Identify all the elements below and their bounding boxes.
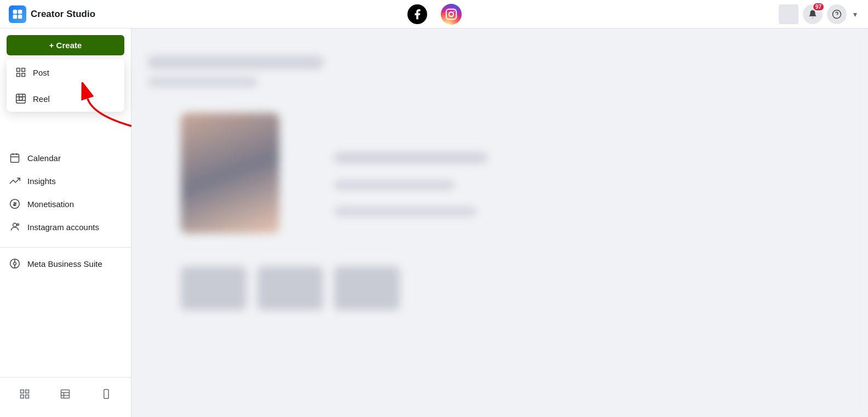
calendar-icon [9, 152, 21, 164]
sidebar: + Create Post [0, 28, 131, 417]
dropdown-reel-label: Reel [33, 94, 50, 104]
sidebar-divider [0, 247, 131, 248]
dropdown-reel-item[interactable]: Reel [7, 85, 124, 112]
sidebar-item-meta-label: Meta Business Suite [27, 259, 102, 269]
dropdown-post-item[interactable]: Post [7, 59, 124, 85]
svg-rect-10 [17, 73, 20, 77]
sidebar-item-insights[interactable]: Insights [0, 169, 131, 192]
sidebar-expand-button[interactable] [15, 384, 35, 404]
avatar[interactable] [779, 4, 798, 24]
reel-icon [14, 92, 27, 105]
svg-rect-34 [26, 395, 29, 398]
svg-rect-0 [13, 9, 18, 14]
facebook-tab[interactable] [407, 4, 428, 25]
svg-point-28 [14, 262, 16, 265]
sidebar-item-monetisation[interactable]: Monetisation [0, 192, 131, 215]
header-left: Creator Studio [9, 5, 95, 23]
sidebar-top: + Create [0, 35, 131, 60]
help-button[interactable] [827, 4, 847, 24]
sidebar-item-calendar[interactable]: Calendar [0, 146, 131, 169]
main-content [131, 28, 868, 417]
svg-rect-31 [21, 390, 24, 393]
dropdown-post-label: Post [33, 68, 49, 77]
body: + Create Post [0, 28, 868, 417]
monetisation-icon [9, 198, 21, 210]
create-button[interactable]: + Create [7, 35, 124, 55]
create-dropdown: Post Reel [7, 59, 124, 112]
sidebar-nav: Calendar Insights [0, 142, 131, 243]
sidebar-item-calendar-label: Calendar [27, 153, 61, 163]
post-icon [14, 66, 27, 79]
app-title: Creator Studio [31, 9, 95, 20]
svg-rect-8 [17, 68, 20, 72]
sidebar-bottom [0, 377, 131, 410]
svg-point-6 [453, 10, 454, 12]
svg-rect-35 [61, 390, 70, 398]
svg-rect-32 [26, 390, 29, 393]
header-center [407, 4, 462, 25]
blurred-background [131, 28, 868, 417]
sidebar-item-monetisation-label: Monetisation [27, 199, 74, 209]
sidebar-mobile-button[interactable] [96, 384, 116, 404]
svg-rect-33 [21, 395, 24, 398]
sidebar-item-insights-label: Insights [27, 176, 56, 186]
svg-point-25 [13, 223, 17, 227]
header: Creator Studio [0, 0, 868, 28]
dropdown-chevron[interactable]: ▾ [851, 8, 859, 21]
svg-rect-11 [22, 73, 25, 77]
svg-rect-9 [22, 68, 25, 72]
instagram-accounts-icon [9, 221, 21, 233]
instagram-tab[interactable] [441, 4, 462, 25]
sidebar-table-button[interactable] [55, 384, 75, 404]
facebook-circle-icon [407, 4, 427, 24]
notification-badge: 97 [812, 2, 825, 12]
sidebar-item-instagram-accounts-label: Instagram accounts [27, 222, 99, 232]
svg-rect-1 [18, 9, 22, 14]
svg-point-26 [17, 224, 19, 225]
meta-business-icon [9, 258, 21, 270]
svg-point-5 [449, 12, 453, 16]
svg-rect-4 [446, 9, 456, 19]
svg-point-13 [19, 97, 23, 101]
sidebar-item-meta-business-suite[interactable]: Meta Business Suite [0, 252, 131, 275]
instagram-circle-icon [441, 4, 462, 25]
svg-rect-19 [11, 154, 19, 162]
svg-rect-3 [18, 14, 22, 19]
insights-icon [9, 175, 21, 187]
svg-rect-12 [16, 94, 26, 104]
svg-rect-39 [104, 390, 108, 399]
app-logo [9, 5, 26, 23]
header-right: 97 ▾ [779, 4, 859, 24]
svg-rect-2 [13, 14, 18, 19]
sidebar-item-instagram-accounts[interactable]: Instagram accounts [0, 215, 131, 238]
notifications-button[interactable]: 97 [803, 4, 823, 24]
